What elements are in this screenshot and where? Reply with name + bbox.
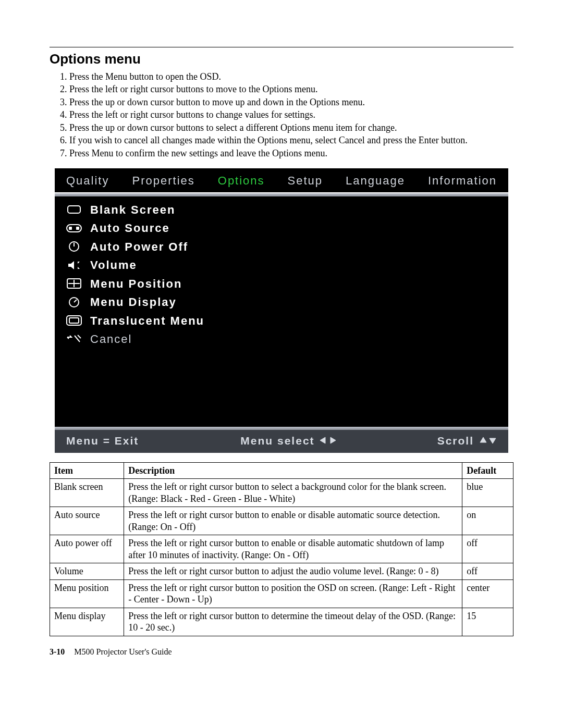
osd-footer-select: Menu select bbox=[240, 434, 314, 448]
cancel-icon bbox=[65, 332, 83, 346]
page-number: 3-10 bbox=[50, 647, 65, 656]
tab-language[interactable]: Language bbox=[334, 168, 417, 193]
volume-icon bbox=[65, 258, 83, 272]
table-row: Blank screen Press the left or right cur… bbox=[50, 479, 513, 507]
osd-item-label: Menu Display bbox=[90, 295, 177, 310]
table-row: Volume Press the left or right cursor bu… bbox=[50, 563, 513, 580]
list-item: Press the up or down cursor button to mo… bbox=[69, 96, 513, 108]
list-item: If you wish to cancel all changes made w… bbox=[69, 134, 513, 146]
tab-setup[interactable]: Setup bbox=[276, 168, 335, 193]
osd-item-auto-source[interactable]: Auto Source bbox=[65, 219, 508, 238]
osd-footer: Menu = Exit Menu select Scroll bbox=[55, 430, 508, 453]
table-header-item: Item bbox=[50, 462, 124, 479]
cell-desc: Press the left or right cursor button to… bbox=[124, 507, 462, 535]
cell-item: Menu position bbox=[50, 579, 124, 608]
cell-default: 15 bbox=[462, 608, 513, 636]
svg-marker-14 bbox=[320, 437, 325, 443]
options-description-table: Item Description Default Blank screen Pr… bbox=[50, 462, 513, 636]
osd-item-menu-display[interactable]: Menu Display bbox=[65, 293, 508, 312]
cell-default: blue bbox=[462, 479, 513, 507]
osd-item-label: Menu Position bbox=[90, 277, 182, 291]
osd-item-blank-screen[interactable]: Blank Screen bbox=[65, 201, 508, 219]
list-item: Press the left or right cursor buttons t… bbox=[69, 109, 513, 121]
blank-screen-icon bbox=[65, 203, 83, 216]
osd-footer-exit: Menu = Exit bbox=[66, 434, 139, 448]
osd-item-label: Auto Power Off bbox=[90, 240, 188, 254]
auto-poweroff-icon bbox=[65, 240, 83, 253]
osd-item-label: Cancel bbox=[90, 332, 132, 347]
cell-item: Blank screen bbox=[50, 479, 124, 507]
tab-properties[interactable]: Properties bbox=[120, 168, 206, 193]
guide-title: M500 Projector User's Guide bbox=[74, 647, 172, 656]
cell-desc: Press the left or right cursor button to… bbox=[124, 563, 462, 580]
cell-desc: Press the left or right cursor button to… bbox=[124, 535, 462, 563]
osd-item-label: Volume bbox=[90, 258, 137, 273]
svg-marker-17 bbox=[489, 438, 496, 443]
cell-default: off bbox=[462, 563, 513, 580]
cell-item: Auto source bbox=[50, 507, 124, 535]
list-item: Press the up or down cursor buttons to s… bbox=[69, 122, 513, 134]
menu-display-icon bbox=[65, 295, 83, 309]
svg-marker-16 bbox=[480, 437, 486, 442]
cell-item: Volume bbox=[50, 563, 124, 580]
cell-default: on bbox=[462, 507, 513, 535]
section-heading: Options menu bbox=[50, 51, 513, 68]
list-item: Press the left or right cursor buttons t… bbox=[69, 83, 513, 95]
osd-item-volume[interactable]: Volume bbox=[65, 256, 508, 275]
page-footer: 3-10 M500 Projector User's Guide bbox=[50, 647, 513, 657]
table-header-desc: Description bbox=[124, 462, 462, 479]
osd-item-label: Translucent Menu bbox=[90, 314, 204, 328]
instruction-list: Press the Menu button to open the OSD. P… bbox=[69, 71, 513, 159]
left-right-arrows-icon bbox=[320, 434, 336, 448]
table-header-default: Default bbox=[462, 462, 513, 479]
osd-item-menu-position[interactable]: Menu Position bbox=[65, 275, 508, 293]
svg-rect-2 bbox=[69, 227, 72, 230]
osd-tabbar: Quality Properties Options Setup Languag… bbox=[55, 168, 508, 193]
cell-desc: Press the left or right cursor button to… bbox=[124, 608, 462, 636]
cell-item: Menu display bbox=[50, 608, 124, 636]
svg-rect-3 bbox=[76, 227, 79, 230]
tab-options[interactable]: Options bbox=[206, 168, 276, 193]
tab-information[interactable]: Information bbox=[417, 168, 508, 193]
osd-item-label: Blank Screen bbox=[90, 203, 175, 217]
cell-item: Auto power off bbox=[50, 535, 124, 563]
osd-item-translucent-menu[interactable]: Translucent Menu bbox=[65, 312, 508, 330]
osd-item-cancel[interactable]: Cancel bbox=[65, 330, 508, 349]
menu-position-icon bbox=[65, 277, 83, 290]
svg-marker-15 bbox=[331, 437, 336, 443]
list-item: Press the Menu button to open the OSD. bbox=[69, 71, 513, 83]
translucent-menu-icon bbox=[65, 314, 83, 327]
osd-screenshot: Quality Properties Options Setup Languag… bbox=[55, 168, 508, 453]
svg-line-10 bbox=[74, 300, 77, 302]
cell-default: center bbox=[462, 579, 513, 608]
cell-default: off bbox=[462, 535, 513, 563]
osd-item-auto-power-off[interactable]: Auto Power Off bbox=[65, 238, 508, 256]
table-row: Auto power off Press the left or right c… bbox=[50, 535, 513, 563]
auto-source-icon bbox=[65, 221, 83, 235]
svg-rect-0 bbox=[68, 206, 80, 213]
cell-desc: Press the left or right cursor button to… bbox=[124, 579, 462, 608]
tab-quality[interactable]: Quality bbox=[55, 168, 120, 193]
up-down-arrows-icon bbox=[479, 434, 497, 448]
table-row: Menu position Press the left or right cu… bbox=[50, 579, 513, 608]
table-row: Auto source Press the left or right curs… bbox=[50, 507, 513, 535]
osd-footer-scroll: Scroll bbox=[437, 434, 474, 448]
cell-desc: Press the left or right cursor button to… bbox=[124, 479, 462, 507]
svg-rect-12 bbox=[69, 318, 79, 323]
table-row: Menu display Press the left or right cur… bbox=[50, 608, 513, 636]
osd-item-label: Auto Source bbox=[90, 221, 170, 236]
list-item: Press Menu to confirm the new settings a… bbox=[69, 147, 513, 159]
